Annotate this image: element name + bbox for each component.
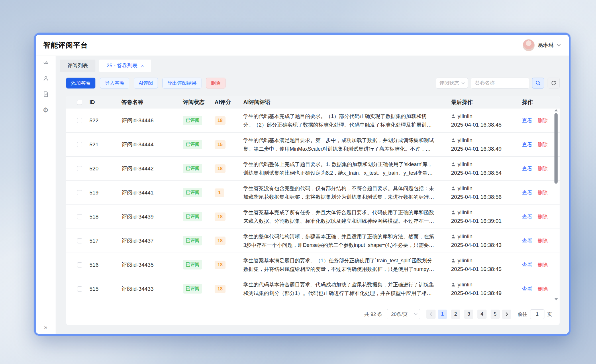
page-button-3[interactable]: 3	[464, 310, 473, 319]
page-button-4[interactable]: 4	[477, 310, 487, 319]
operation-time: 2025-04-01 16:38:56	[451, 194, 515, 200]
goto-page-input[interactable]	[530, 309, 544, 319]
score-badge: 18	[215, 116, 226, 125]
delete-link[interactable]: 删除	[538, 237, 548, 244]
cell-name: 评阅id-34441	[117, 189, 177, 196]
view-link[interactable]: 查看	[522, 117, 532, 124]
user-menu[interactable]: 易琳琳	[523, 39, 561, 51]
page-button-2[interactable]: 2	[451, 310, 460, 319]
table-row: 515 评阅id-34433 已评阅 18 学生的代码基本符合题目要求。代码成功…	[66, 277, 560, 301]
tab-answer-sheet-list[interactable]: 25 - 答卷列表 ×	[99, 60, 151, 72]
next-page-button[interactable]	[502, 310, 511, 319]
sidebar-item-settings[interactable]: ⚙	[43, 107, 49, 113]
select-all-checkbox[interactable]	[77, 100, 82, 105]
sidebar-item-answer-sheets[interactable]	[43, 91, 49, 97]
chevrons-right-icon: »	[44, 324, 48, 330]
row-checkbox[interactable]	[77, 142, 82, 147]
cell-last-operation: yilinlin 2025-04-01 16:38:56	[443, 185, 515, 200]
chevron-down-icon	[557, 44, 561, 46]
person-icon	[451, 210, 456, 215]
cell-last-operation: yilinlin 2025-04-01 16:38:49	[443, 282, 515, 296]
page-suffix: 页	[547, 311, 552, 318]
prev-page-button[interactable]	[426, 310, 436, 319]
delete-button[interactable]: 删除	[206, 78, 226, 88]
cell-last-operation: yilinlin 2025-04-01 16:38:54	[443, 161, 515, 176]
close-icon[interactable]: ×	[141, 63, 144, 68]
operation-time: 2025-04-01 16:38:54	[451, 170, 515, 176]
table-header: ID 答卷名称 评阅状态 AI评分 AI评阅评语 最后操作 操作	[66, 96, 560, 109]
row-checkbox[interactable]	[77, 238, 82, 243]
table-body: 522 评阅id-34446 已评阅 18 学生的代码基本完成了题目的要求。（1…	[66, 109, 560, 301]
page-size-select[interactable]: 20条/页	[387, 309, 420, 319]
score-badge: 1	[215, 188, 224, 197]
scroll-up-arrow-icon[interactable]	[554, 109, 558, 111]
scroll-down-arrow-icon[interactable]	[554, 298, 558, 300]
cell-name: 评阅id-34444	[117, 141, 177, 148]
answer-name-input[interactable]	[471, 78, 529, 88]
status-badge: 已评阅	[183, 140, 202, 149]
delete-link[interactable]: 删除	[538, 141, 548, 148]
status-badge: 已评阅	[183, 236, 202, 245]
view-link[interactable]: 查看	[522, 165, 532, 172]
pagination-pages: 12345	[438, 310, 500, 319]
cell-ai-comment: 学生的代码整体上完成了题目要求。1. 数据集的加载和划分正确使用了'sklear…	[243, 160, 436, 177]
delete-link[interactable]: 删除	[538, 286, 548, 292]
person-icon	[451, 114, 456, 119]
delete-link[interactable]: 删除	[538, 117, 548, 124]
refresh-button[interactable]	[548, 78, 560, 88]
cell-last-operation: yilinlin 2025-04-01 16:38:43	[443, 233, 515, 248]
view-link[interactable]: 查看	[522, 189, 532, 196]
view-link[interactable]: 查看	[522, 237, 532, 244]
delete-link[interactable]: 删除	[538, 165, 548, 172]
review-status-select[interactable]: 评阅状态	[436, 78, 468, 88]
view-link[interactable]: 查看	[522, 261, 532, 268]
row-checkbox[interactable]	[77, 286, 82, 292]
score-badge: 18	[215, 213, 226, 221]
delete-link[interactable]: 删除	[538, 213, 548, 220]
operator-name: yilinlin	[458, 282, 473, 288]
row-checkbox[interactable]	[77, 214, 82, 219]
score-badge: 15	[215, 140, 226, 149]
page-button-1[interactable]: 1	[438, 310, 447, 319]
answer-table: ID 答卷名称 评阅状态 AI评分 AI评阅评语 最后操作 操作 522 评阅i…	[66, 96, 560, 325]
person-icon	[451, 138, 456, 143]
avatar[interactable]	[523, 39, 535, 51]
page-title: 智能评阅平台	[43, 40, 88, 50]
column-last-op: 最后操作	[443, 99, 515, 106]
delete-link[interactable]: 删除	[538, 261, 548, 268]
toolbar: 添加答卷 导入答卷 AI评阅 导出评阅结果 删除 评阅状态	[66, 78, 560, 88]
table-scrollbar[interactable]	[554, 109, 558, 300]
cell-last-operation: yilinlin 2025-04-01 16:38:45	[443, 257, 515, 272]
page-button-5[interactable]: 5	[491, 310, 500, 319]
table-row: 516 评阅id-34435 已评阅 18 学生答案基本满足题目的要求。（1）任…	[66, 253, 560, 277]
scrollbar-thumb[interactable]	[554, 113, 558, 184]
tab-review-list[interactable]: 评阅列表	[60, 60, 95, 72]
cell-name: 评阅id-34437	[117, 237, 177, 245]
row-checkbox[interactable]	[77, 262, 82, 267]
sidebar: ⚙ »	[36, 56, 56, 334]
ai-review-button[interactable]: AI评阅	[134, 78, 158, 88]
view-link[interactable]: 查看	[522, 213, 532, 220]
sidebar-item-review-list[interactable]	[43, 60, 49, 66]
goto-label: 前往	[517, 311, 527, 318]
import-answer-button[interactable]: 导入答卷	[100, 78, 129, 88]
row-checkbox[interactable]	[77, 190, 82, 195]
pagination: 共 92 条 20条/页 12345 前往 页	[66, 301, 560, 319]
main-content: 评阅列表 25 - 答卷列表 × 添加答卷 导入答卷 AI评阅 导出评阅结果 删…	[56, 56, 569, 334]
add-answer-button[interactable]: 添加答卷	[66, 78, 95, 88]
row-checkbox[interactable]	[77, 166, 82, 171]
search-button[interactable]	[532, 78, 544, 88]
table-row: 521 评阅id-34444 已评阅 15 学生的代码基本满足题目要求。第一步中…	[66, 133, 560, 157]
cell-last-operation: yilinlin 2025-04-01 16:38:45	[443, 113, 515, 128]
view-link[interactable]: 查看	[522, 141, 532, 148]
delete-link[interactable]: 删除	[538, 189, 548, 196]
sidebar-collapse-button[interactable]: »	[44, 324, 48, 330]
cell-id: 516	[82, 262, 117, 268]
view-link[interactable]: 查看	[522, 286, 532, 292]
sidebar-item-users[interactable]	[43, 75, 49, 82]
cell-ai-comment: 学生的整体代码结构清晰，步骤基本正确，并且适用了正确的库和方法。然而，在第3步中…	[243, 232, 436, 249]
operation-time: 2025-04-01 16:39:01	[451, 218, 515, 224]
export-results-button[interactable]: 导出评阅结果	[162, 78, 201, 88]
status-badge: 已评阅	[183, 260, 202, 269]
row-checkbox[interactable]	[77, 118, 82, 123]
